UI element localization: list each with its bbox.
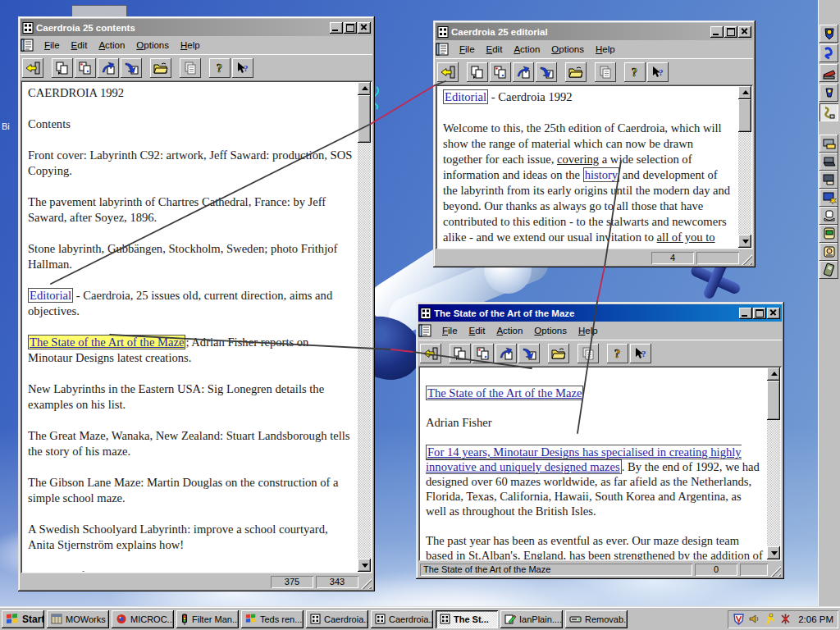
scrollbar-thumb[interactable] [767, 381, 780, 420]
hyperlink[interactable]: Editorial [443, 89, 488, 104]
menu-edit[interactable]: Edit [66, 39, 93, 52]
scroll-up-button[interactable] [358, 82, 371, 95]
menu-options[interactable]: Options [131, 39, 174, 52]
menu-file[interactable]: File [437, 324, 463, 337]
badge-face-icon[interactable] [819, 243, 838, 261]
stapler-icon[interactable] [819, 64, 838, 82]
menu-options[interactable]: Options [529, 324, 572, 337]
minimize-button[interactable] [330, 22, 343, 34]
menu-help[interactable]: Help [591, 43, 620, 56]
help-button[interactable]: ? [209, 58, 231, 78]
copy-button[interactable] [180, 58, 201, 78]
menu-file[interactable]: File [454, 43, 480, 56]
flower-icon[interactable] [779, 613, 792, 625]
link-back-button[interactable] [121, 58, 142, 78]
taskbar-button-the-state[interactable]: The St... [436, 610, 498, 628]
help-button[interactable]: ? [624, 62, 646, 82]
maximize-button[interactable] [753, 308, 766, 319]
link-forward-button[interactable] [513, 62, 534, 82]
titlebar[interactable]: Caerdroia 25 contents [21, 19, 372, 36]
vertical-scrollbar[interactable] [358, 82, 371, 572]
minimize-button[interactable] [710, 26, 724, 38]
replace-page-button[interactable] [490, 62, 511, 82]
maximize-button[interactable] [724, 26, 737, 38]
hyperlink[interactable]: The State of the Art of the Maze [426, 386, 583, 400]
context-help-button[interactable]: ? [232, 58, 253, 78]
resize-grip[interactable] [742, 254, 752, 265]
antivirus-shield-icon[interactable] [733, 613, 745, 625]
scroll-down-button[interactable] [767, 546, 780, 559]
cable-snake-icon[interactable] [819, 103, 838, 121]
volume-icon[interactable] [748, 613, 760, 625]
scroll-down-button[interactable] [738, 235, 751, 248]
menu-edit[interactable]: Edit [464, 324, 491, 337]
taskbar-button-caerdroia-1[interactable]: Caerdroia... [306, 610, 368, 628]
menu-options[interactable]: Options [546, 43, 589, 56]
exit-button[interactable] [437, 62, 459, 82]
menu-edit[interactable]: Edit [482, 43, 508, 56]
maximize-button[interactable] [344, 22, 357, 34]
taskbar-button-removable[interactable]: Removab... [565, 610, 628, 628]
taskbar-button-teds[interactable]: Teds ren... [241, 610, 304, 628]
link-forward-button[interactable] [495, 344, 517, 363]
close-button[interactable] [767, 308, 780, 319]
open-folder-button[interactable] [150, 58, 171, 78]
help-button[interactable]: ? [607, 344, 628, 363]
copy-page-button[interactable] [467, 62, 488, 82]
copy-button[interactable] [578, 344, 599, 363]
taskbar-button-ianplain[interactable]: IanPlain.... [500, 610, 563, 628]
menu-help[interactable]: Help [573, 324, 603, 337]
hyperlink[interactable]: The State of the Art of the Maze [28, 335, 185, 349]
taskbar-button-caerdroia-2[interactable]: Caerdroia... [371, 610, 433, 628]
exit-button[interactable] [22, 58, 43, 78]
titlebar[interactable]: Caerdroia 25 editorial [436, 23, 753, 40]
link-forward-button[interactable] [98, 58, 119, 78]
context-help-button[interactable]: ? [647, 62, 669, 82]
laptop-hand-icon[interactable] [819, 171, 838, 189]
taskbar-button-moworks[interactable]: MOWorks [47, 610, 109, 628]
handheld-icon[interactable] [819, 261, 838, 279]
menu-file[interactable]: File [39, 39, 65, 52]
resize-grip[interactable] [770, 566, 781, 577]
messenger-runner-icon[interactable] [764, 613, 776, 625]
replace-page-button[interactable] [75, 58, 96, 78]
menu-help[interactable]: Help [176, 39, 205, 52]
phone-on-icon[interactable] [819, 225, 838, 243]
clock[interactable]: 2:06 PM [798, 614, 833, 624]
scrollbar-thumb[interactable] [738, 99, 751, 132]
cup-hand-icon[interactable] [819, 207, 838, 225]
menu-action[interactable]: Action [509, 43, 545, 56]
close-button[interactable] [738, 26, 751, 38]
bug-shield-icon[interactable] [819, 25, 838, 43]
close-button[interactable] [358, 22, 371, 34]
minimize-button[interactable] [739, 308, 752, 319]
vertical-scrollbar[interactable] [738, 86, 751, 248]
scroll-up-button[interactable] [738, 86, 751, 99]
laptop-closed-icon[interactable] [819, 153, 838, 171]
menu-action[interactable]: Action [491, 324, 527, 337]
taskbar-button-filter-manager[interactable]: Filter Man... [176, 610, 239, 628]
resize-grip[interactable] [361, 578, 372, 589]
titlebar[interactable]: The State of the Art of the Maze [418, 304, 782, 322]
scroll-down-button[interactable] [358, 559, 371, 572]
laptop-mail-icon[interactable] [819, 135, 838, 153]
taskbar-button-microc[interactable]: MICROC... [112, 610, 174, 628]
copy-button[interactable] [595, 62, 616, 82]
monitor-star-icon[interactable] [819, 189, 838, 207]
copy-page-button[interactable] [450, 344, 471, 363]
vertical-scrollbar[interactable] [767, 368, 780, 559]
exit-button[interactable] [420, 344, 441, 363]
hyperlink[interactable]: history [583, 167, 620, 182]
link-back-button[interactable] [518, 344, 540, 363]
copy-page-button[interactable] [52, 58, 73, 78]
start-button[interactable]: Start [2, 610, 44, 628]
hyperlink[interactable]: Editorial [28, 288, 73, 303]
replace-page-button[interactable] [472, 344, 494, 363]
scroll-up-button[interactable] [767, 368, 780, 381]
open-folder-button[interactable] [548, 344, 569, 363]
genie-lamp-icon[interactable] [819, 84, 838, 102]
scrollbar-thumb[interactable] [358, 95, 371, 143]
link-back-button[interactable] [536, 62, 557, 82]
snake-icon[interactable] [819, 44, 838, 62]
menu-action[interactable]: Action [94, 39, 130, 52]
